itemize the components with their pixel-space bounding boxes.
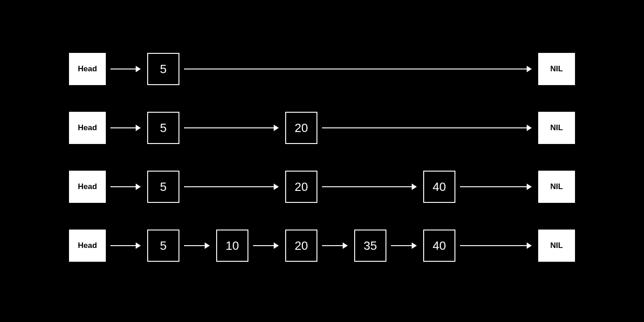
node-box: 35 — [354, 230, 386, 262]
node-box: 10 — [216, 230, 248, 262]
arrow-icon — [110, 127, 140, 128]
skip-list-level-2: Head 5 20 NIL — [0, 112, 644, 144]
arrow-icon — [184, 245, 209, 246]
node-box: 20 — [285, 171, 317, 203]
nil-box: NIL — [538, 53, 575, 85]
node-box: 5 — [147, 230, 179, 262]
arrow-icon — [391, 245, 416, 246]
node-box: 40 — [423, 171, 455, 203]
node-box: 5 — [147, 53, 179, 85]
head-box: Head — [69, 53, 106, 85]
node-box: 5 — [147, 112, 179, 144]
head-box: Head — [69, 171, 106, 203]
arrow-icon — [322, 127, 531, 128]
nil-box: NIL — [538, 112, 575, 144]
arrow-icon — [110, 186, 140, 187]
node-box: 5 — [147, 171, 179, 203]
node-box: 40 — [423, 230, 455, 262]
arrow-icon — [184, 127, 278, 128]
head-box: Head — [69, 230, 106, 262]
skip-list-level-3: Head 5 NIL — [0, 53, 644, 85]
head-box: Head — [69, 112, 106, 144]
arrow-icon — [322, 186, 416, 187]
arrow-icon — [184, 186, 278, 187]
arrow-icon — [253, 245, 278, 246]
arrow-icon — [110, 69, 140, 69]
nil-box: NIL — [538, 171, 575, 203]
arrow-icon — [460, 245, 531, 246]
arrow-icon — [460, 186, 531, 187]
arrow-icon — [322, 245, 347, 246]
node-box: 20 — [285, 112, 317, 144]
skip-list-level-0: Head 5 10 20 35 40 NIL — [0, 230, 644, 262]
node-box: 20 — [285, 230, 317, 262]
skip-list-level-1: Head 5 20 40 NIL — [0, 171, 644, 203]
nil-box: NIL — [538, 230, 575, 262]
arrow-icon — [184, 69, 531, 69]
arrow-icon — [110, 245, 140, 246]
